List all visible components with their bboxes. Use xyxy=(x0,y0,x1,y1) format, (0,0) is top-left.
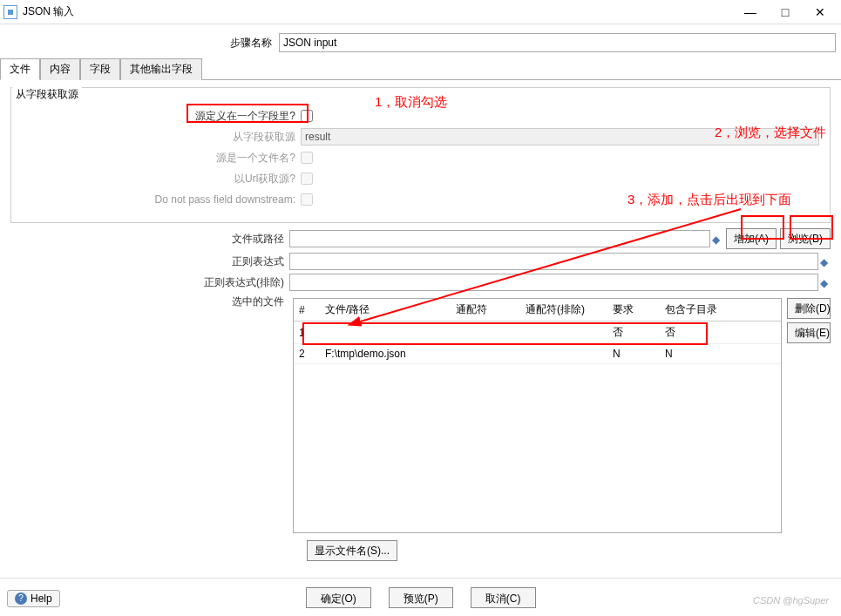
source-fieldset: 源定义在一个字段里? 从字段获取源 源是一个文件名? 以Url获取源? Do n… xyxy=(10,87,831,223)
tab-file[interactable]: 文件 xyxy=(0,58,40,80)
step-name-label: 步骤名称 xyxy=(0,36,279,51)
step-name-row: 步骤名称 xyxy=(0,33,841,52)
tab-bar: 文件 内容 字段 其他输出字段 xyxy=(0,58,841,80)
file-or-path-input[interactable] xyxy=(289,230,710,247)
regex-excl-label: 正则表达式(排除) xyxy=(10,275,289,290)
diamond-icon[interactable] xyxy=(820,256,831,267)
watermark: CSDN @hgSuper xyxy=(753,595,829,606)
help-button[interactable]: ? Help xyxy=(7,590,60,607)
ok-button[interactable]: 确定(O) xyxy=(306,587,371,608)
table-row[interactable]: 1否否 xyxy=(294,322,781,344)
tab-content[interactable]: 内容 xyxy=(40,58,80,80)
help-icon: ? xyxy=(15,592,27,605)
preview-button[interactable]: 预览(P) xyxy=(389,587,453,608)
maximize-button[interactable]: □ xyxy=(768,3,803,22)
show-filenames-button[interactable]: 显示文件名(S)... xyxy=(307,540,397,561)
window-title: JSON 输入 xyxy=(23,4,733,19)
title-bar: JSON 输入 — □ ✕ xyxy=(0,0,841,24)
help-label: Help xyxy=(31,592,52,605)
table-row[interactable]: 2F:\tmp\demo.jsonNN xyxy=(294,344,781,364)
diamond-icon[interactable] xyxy=(712,234,722,244)
url-source-label: 以Url获取源? xyxy=(22,172,301,186)
no-pass-label: Do not pass field downstream: xyxy=(22,193,301,206)
regex-excl-input[interactable] xyxy=(289,274,818,291)
col-num: # xyxy=(294,299,320,322)
col-wild-excl: 通配符(排除) xyxy=(520,299,607,322)
close-button[interactable]: ✕ xyxy=(803,3,838,22)
from-field-input xyxy=(301,128,819,146)
step-name-input[interactable] xyxy=(279,33,836,52)
regex-label: 正则表达式 xyxy=(10,254,289,269)
selected-files-label: 选中的文件 xyxy=(10,294,289,309)
defined-in-field-label: 源定义在一个字段里? xyxy=(22,109,301,124)
col-wild: 通配符 xyxy=(451,299,520,322)
edit-button[interactable]: 编辑(E) xyxy=(787,322,831,343)
diamond-icon[interactable] xyxy=(820,277,831,288)
cancel-button[interactable]: 取消(C) xyxy=(471,587,536,608)
is-filename-checkbox xyxy=(301,152,313,164)
bottom-bar: 确定(O) 预览(P) 取消(C) xyxy=(0,578,841,616)
regex-input[interactable] xyxy=(289,253,818,270)
no-pass-checkbox xyxy=(301,193,313,206)
is-filename-label: 源是一个文件名? xyxy=(22,151,301,166)
file-or-path-label: 文件或路径 xyxy=(10,232,289,247)
minimize-button[interactable]: — xyxy=(733,3,768,22)
content-area: 从字段获取源 源定义在一个字段里? 从字段获取源 源是一个文件名? 以Url获取… xyxy=(0,80,841,568)
app-icon xyxy=(3,5,17,19)
defined-in-field-checkbox[interactable] xyxy=(301,110,313,122)
col-req: 要求 xyxy=(607,299,660,322)
add-button[interactable]: 增加(A) xyxy=(726,228,777,249)
tab-other-output[interactable]: 其他输出字段 xyxy=(120,58,202,80)
col-path: 文件/路径 xyxy=(320,299,451,322)
fieldset-title: 从字段获取源 xyxy=(12,87,82,102)
browse-button[interactable]: 浏览(B) xyxy=(780,228,831,249)
url-source-checkbox xyxy=(301,173,313,185)
col-subdir: 包含子目录 xyxy=(660,299,781,322)
tab-fields[interactable]: 字段 xyxy=(80,58,120,80)
from-field-label: 从字段获取源 xyxy=(22,130,301,145)
selected-files-table[interactable]: # 文件/路径 通配符 通配符(排除) 要求 包含子目录 1否否2F:\tmp\… xyxy=(293,298,782,533)
delete-button[interactable]: 删除(D) xyxy=(787,298,831,319)
